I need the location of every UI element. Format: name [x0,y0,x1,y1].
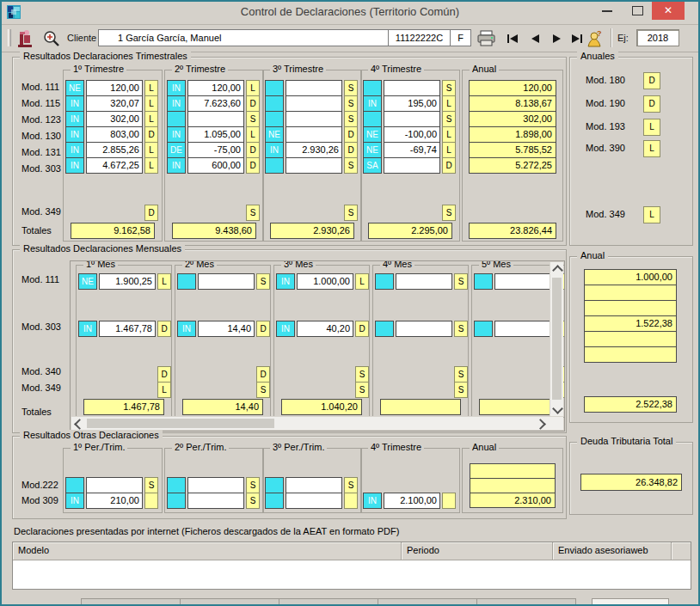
close-icon[interactable]: ✕ [652,2,685,20]
status-cell[interactable]: IN [167,126,186,143]
amount-field[interactable] [286,111,342,127]
letter-cell[interactable]: D [442,157,456,174]
amount-field[interactable]: 803,00 [86,126,143,143]
letter-cell[interactable]: S [246,111,260,127]
letter-cell[interactable]: S [344,477,358,493]
letter-cell[interactable]: D [246,95,260,112]
bottom-tab[interactable] [81,598,181,604]
mod349-letter-cell[interactable]: S [355,382,369,398]
ejercicio-field[interactable]: 2018 [636,29,679,46]
zoom-in-icon[interactable] [43,30,60,47]
letter-cell[interactable]: L [442,95,456,112]
mod340-letter-cell[interactable]: D [157,366,171,383]
amount-field[interactable]: 14,40 [198,321,255,337]
letter-cell[interactable]: L [144,80,158,96]
letter-cell[interactable] [144,493,158,509]
status-cell[interactable]: IN [276,273,295,290]
nav-prev-icon[interactable] [525,32,544,45]
amount-field[interactable]: 4.672,25 [86,157,143,174]
letter-cell[interactable]: D [355,321,369,337]
anuales-letter-cell[interactable]: L [643,206,660,223]
mod349-letter-cell[interactable]: S [442,205,456,221]
letter-cell[interactable]: L [442,142,456,158]
amount-field[interactable]: 120,00 [86,80,143,96]
status-cell[interactable]: NE [265,126,284,143]
letter-cell[interactable] [344,493,358,509]
letter-cell[interactable]: L [144,142,158,158]
mod340-letter-cell[interactable]: S [355,366,369,383]
printer-icon[interactable] [476,30,497,47]
status-cell[interactable] [167,493,186,509]
column-header-periodo[interactable]: Periodo [402,542,553,560]
bottom-tab[interactable] [476,598,576,604]
status-cell[interactable] [363,80,382,96]
nav-next-icon[interactable] [547,32,566,45]
letter-cell[interactable]: D [256,321,270,337]
status-cell[interactable]: SA [363,157,382,174]
podium-icon[interactable] [15,28,36,48]
scroll-right-icon[interactable] [535,419,546,430]
bottom-tab-active[interactable] [592,598,669,604]
status-cell[interactable] [167,477,186,493]
letter-cell[interactable]: D [157,321,171,337]
status-cell[interactable]: NE [363,142,382,158]
mod349-letter-cell[interactable]: S [256,382,270,398]
amount-field[interactable] [384,111,440,127]
status-cell[interactable] [265,80,284,96]
mod349-letter-cell[interactable]: S [454,382,468,398]
status-cell[interactable] [265,95,284,112]
amount-field[interactable] [286,95,342,112]
amount-field[interactable] [187,477,244,493]
horizontal-scrollbar[interactable] [71,416,563,430]
letter-cell[interactable]: S [442,80,456,96]
vertical-scroll-thumb[interactable] [552,278,562,400]
amount-field[interactable]: -100,00 [384,126,440,143]
mod349-letter-cell[interactable]: S [344,205,358,221]
letter-cell[interactable]: L [144,111,158,127]
letter-cell[interactable]: L [144,157,158,174]
status-cell[interactable]: IN [65,142,84,158]
amount-field[interactable]: 1.900,25 [99,273,156,290]
status-cell[interactable]: IN [167,157,186,174]
amount-field[interactable]: 2.100,00 [384,493,440,509]
status-cell[interactable] [167,111,186,127]
amount-field[interactable]: 320,07 [86,95,143,112]
anuales-letter-cell[interactable]: D [643,95,660,113]
amount-field[interactable]: 40,20 [297,321,353,337]
letter-cell[interactable]: L [246,80,260,96]
status-cell[interactable]: DE [167,142,186,158]
vertical-scrollbar[interactable] [550,262,563,417]
letter-cell[interactable]: D [144,126,158,143]
letter-cell[interactable]: S [344,157,358,174]
scroll-left-icon[interactable] [74,419,85,430]
amount-field[interactable] [286,126,342,143]
letter-cell[interactable]: D [246,142,260,158]
letter-cell[interactable]: L [442,126,456,143]
status-cell[interactable] [265,493,284,509]
status-cell[interactable] [65,477,84,493]
help-icon[interactable]: ? [585,29,604,48]
letter-cell[interactable]: L [355,273,369,290]
client-letter-field[interactable]: F [450,29,471,46]
status-cell[interactable]: NE [65,80,84,96]
status-cell[interactable]: IN [363,493,382,509]
mod349-letter-cell[interactable]: L [157,382,171,398]
status-cell[interactable]: IN [78,321,97,337]
amount-field[interactable] [384,80,440,96]
amount-field[interactable]: -69,74 [384,142,440,158]
status-cell[interactable]: IN [363,95,382,112]
status-cell[interactable] [375,321,394,337]
status-cell[interactable] [375,273,394,290]
amount-field[interactable] [187,493,244,509]
mod340-letter-cell[interactable]: S [454,366,468,383]
status-cell[interactable] [265,111,284,127]
anuales-letter-cell[interactable]: L [643,140,660,157]
status-cell[interactable]: IN [265,142,284,158]
amount-field[interactable] [286,80,342,96]
letter-cell[interactable]: S [246,493,260,509]
scroll-up-icon[interactable] [552,265,563,276]
anuales-letter-cell[interactable]: D [643,72,660,89]
mod349-letter-cell[interactable]: S [246,205,260,221]
amount-field[interactable] [494,273,551,290]
amount-field[interactable]: 7.623,60 [187,95,244,112]
